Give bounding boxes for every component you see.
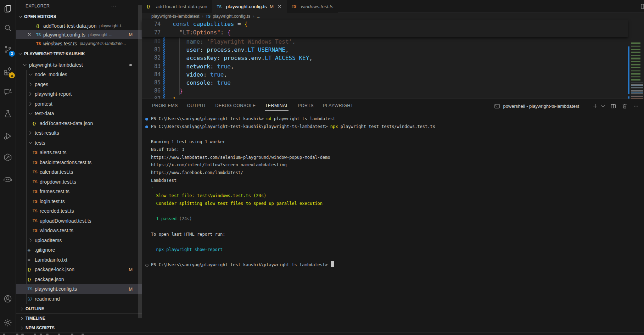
chevron-down-icon — [16, 51, 24, 57]
status-item-partial — [40, 334, 42, 335]
activity-item-chat[interactable] — [0, 84, 16, 100]
breadcrumb[interactable]: playwright-ts-lambdatest › TS playwright… — [142, 13, 644, 20]
editor-actions-icon[interactable] — [640, 3, 644, 10]
breadcrumb-file[interactable]: playwright.config.ts — [213, 14, 250, 19]
tree-file-uploaddownload-test-ts[interactable]: TSuploadDownload.test.ts — [16, 216, 142, 226]
tab-addtocart-test-data-json[interactable]: {}addTocart-test-data.json — [142, 0, 212, 13]
line-number: 74 — [142, 20, 161, 28]
activity-item-remote-repositories[interactable] — [0, 149, 16, 166]
terminal[interactable]: PS C:\Users\saniyag\playwright-test-kaus… — [142, 113, 644, 333]
kill-terminal-button[interactable] — [622, 103, 628, 109]
tree-file--gitignore[interactable]: ◆.gitignore — [16, 245, 142, 255]
panel-tab-output[interactable]: OUTPUT — [187, 101, 206, 111]
activity-item-accounts[interactable] — [0, 291, 16, 307]
code-text: console: true — [173, 79, 231, 87]
tree-item-label: playwright.config.ts — [35, 286, 77, 292]
tree-file-recorded-test-ts[interactable]: TSrecorded.test.ts — [16, 206, 142, 216]
status-item-partial — [16, 334, 18, 335]
panel-tab-debug-console[interactable]: DEBUG CONSOLE — [215, 101, 256, 111]
line-number: 87 — [142, 95, 161, 99]
tree-file-addtocart-test-data-json[interactable]: {}addTocart-test-data.json — [16, 118, 142, 128]
terminal-line — [151, 254, 641, 262]
command-prompt-decoration[interactable] — [145, 264, 149, 267]
tree-file-readme-md[interactable]: ireadme.md — [16, 294, 142, 304]
tree-file-lambdainfo-txt[interactable]: ≡Lambdainfo.txt — [16, 255, 142, 265]
tree-file-playwright-config-ts[interactable]: TSplaywright.config.tsM — [16, 284, 142, 294]
tree-folder-node-modules[interactable]: node_modules — [16, 70, 142, 80]
warning-triangle-icon — [11, 74, 13, 77]
activity-item-explorer[interactable] — [0, 1, 16, 17]
panel-more-actions-icon[interactable] — [633, 103, 639, 109]
tree-folder-tests[interactable]: tests — [16, 138, 142, 148]
tree-file-package-lock-json[interactable]: {}package-lock.jsonM — [16, 265, 142, 275]
tree-folder-test-results[interactable]: test-results — [16, 128, 142, 138]
tree-file-dropdown-test-ts[interactable]: TSdropdown.test.ts — [16, 177, 142, 187]
new-terminal-button[interactable] — [592, 103, 598, 109]
tree-file-calendar-test-ts[interactable]: TScalendar.test.ts — [16, 167, 142, 177]
sidebar-section-npm-scripts[interactable]: NPM SCRIPTS — [16, 323, 142, 333]
activity-item-copilot[interactable] — [0, 171, 16, 187]
tree-item-label: uploadItems — [35, 238, 62, 243]
split-editor-icon — [640, 3, 644, 10]
open-editors-header[interactable]: OPEN EDITORS — [16, 12, 142, 21]
chevron-down-icon — [16, 14, 24, 19]
tree-folder-pomtest[interactable]: pomtest — [16, 99, 142, 109]
tree-folder-pages[interactable]: pages — [16, 79, 142, 89]
close-icon[interactable] — [277, 4, 282, 9]
close-icon[interactable] — [27, 32, 32, 37]
code-line-86: 86 } — [142, 87, 628, 95]
activity-item-extensions[interactable] — [0, 63, 16, 79]
split-terminal-button[interactable] — [610, 103, 616, 109]
terminal-line: Slow test file: tests\windows.test.ts (2… — [151, 192, 641, 200]
tree-folder-playwright-report[interactable]: playwright-report — [16, 89, 142, 99]
activity-item-search[interactable] — [0, 20, 16, 36]
terminal-instance[interactable]: powershell - playwright-ts-lambdatest — [494, 103, 579, 109]
tree-folder-playwright-ts-lambdatest[interactable]: playwright-ts-lambdatest — [16, 60, 142, 70]
workspace-header[interactable]: PLAYWRIGHT-TEST-KAUSHIK — [16, 49, 142, 58]
breadcrumb-more[interactable]: ... — [257, 14, 260, 19]
open-editor-item[interactable]: TSwindows.test.tsplaywright-ts-lambdate.… — [16, 39, 142, 48]
tree-file-frames-test-ts[interactable]: TSframes.test.ts — [16, 187, 142, 197]
tree-folder-test-data[interactable]: test-data — [16, 109, 142, 119]
git-modified-badge: M — [270, 4, 274, 9]
terminal-line: PS C:\Users\saniyag\playwright-test-kaus… — [151, 115, 641, 123]
sidebar-section-timeline[interactable]: TIMELINE — [16, 313, 142, 323]
chevron-down-icon — [22, 62, 28, 68]
command-success-decoration[interactable] — [145, 118, 148, 121]
testing-icon — [3, 109, 12, 118]
code-line-83: 83 network: true, — [142, 62, 628, 71]
panel-tab-ports[interactable]: PORTS — [298, 101, 314, 111]
panel-tab-playwright[interactable]: PLAYWRIGHT — [323, 101, 353, 111]
tab-windows-test-ts[interactable]: TSwindows.test.ts — [287, 0, 338, 13]
tree-folder-uploaditems[interactable]: uploadItems — [16, 235, 142, 245]
open-editor-item[interactable]: TSplaywright.config.tsplaywright-...M — [16, 30, 142, 39]
line-number: 77 — [142, 28, 161, 37]
breadcrumb-separator-icon: › — [202, 14, 203, 19]
panel-tabs: PROBLEMSOUTPUTDEBUG CONSOLETERMINALPORTS… — [152, 99, 363, 113]
open-editor-item[interactable]: {}addTocart-test-data.jsonplaywright-t..… — [16, 21, 142, 30]
status-item-partial — [34, 334, 36, 335]
code-editor[interactable]: 80 name: 'Playwright Windows Test',81 us… — [142, 20, 644, 99]
sticky-scroll[interactable]: 74const capabilities = {77 "LT:Options":… — [142, 20, 628, 37]
activity-item-source-control[interactable]: 3 — [0, 41, 16, 57]
tree-file-login-test-ts[interactable]: TSlogin.test.ts — [16, 196, 142, 206]
breadcrumb-folder[interactable]: playwright-ts-lambdatest — [151, 14, 199, 19]
sidebar-section-outline[interactable]: OUTLINE — [16, 304, 142, 313]
sidebar-scrollbar[interactable] — [138, 5, 142, 318]
panel-tab-problems[interactable]: PROBLEMS — [152, 101, 178, 111]
terminal-dropdown-icon[interactable] — [600, 103, 605, 109]
json-file-icon: {} — [28, 267, 35, 272]
activity-item-settings[interactable] — [0, 314, 16, 331]
activity-item-testing[interactable] — [0, 106, 16, 122]
more-actions-icon[interactable] — [111, 3, 117, 9]
terminal-line: Consider splitting slow test files to sp… — [151, 200, 641, 208]
tree-file-basicinteractions-test-ts[interactable]: TSbasicInteractions.test.ts — [16, 157, 142, 167]
tree-file-alerts-test-ts[interactable]: TSalerts.test.ts — [16, 148, 142, 158]
terminal-line: LambdaTest — [151, 177, 641, 185]
tree-file-windows-test-ts[interactable]: TSwindows.test.ts — [16, 226, 142, 236]
panel-tab-terminal[interactable]: TERMINAL — [265, 101, 289, 111]
tab-playwright-config-ts[interactable]: TSplaywright.config.tsM — [212, 0, 287, 13]
command-success-decoration[interactable] — [145, 125, 148, 128]
activity-item-run-debug[interactable] — [0, 128, 16, 144]
tree-file-package-json[interactable]: {}package.json — [16, 274, 142, 284]
